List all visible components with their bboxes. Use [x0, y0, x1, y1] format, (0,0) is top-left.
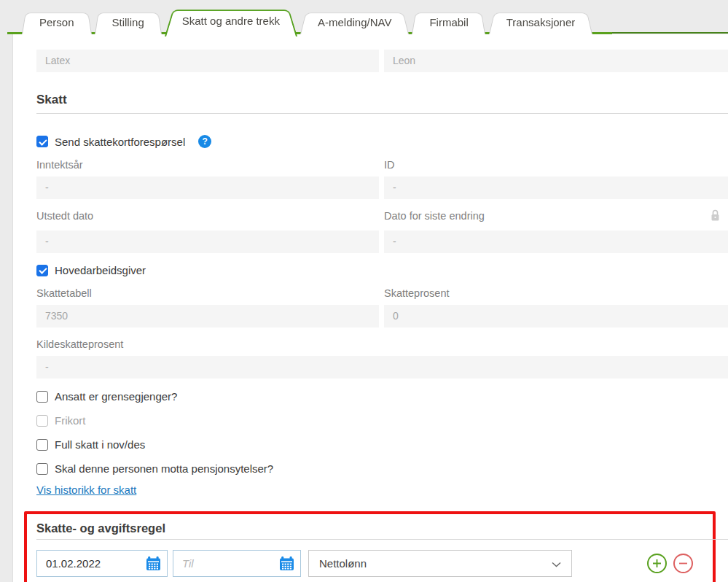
checkbox-box[interactable] [36, 136, 48, 147]
checkbox-hovedarbeidsgiver[interactable]: Hovedarbeidsgiver [36, 264, 728, 276]
section-divider [36, 539, 728, 540]
checkbox-label: Full skatt i nov/des [55, 438, 145, 451]
help-icon[interactable]: ? [198, 135, 211, 148]
red-annotation-box: Skatte- og avgiftsregel [24, 511, 716, 582]
form-content: Latex Leon Skatt Send skattekortforespør… [0, 34, 728, 582]
field-inntektsar: - [36, 176, 379, 199]
calendar-icon[interactable] [279, 556, 294, 571]
tab-label: Person [22, 10, 92, 28]
tab-stilling[interactable]: Stilling [95, 10, 162, 34]
from-date-input[interactable] [39, 557, 122, 570]
tab-label: Skatt og andre trekk [165, 6, 297, 27]
checkbox-frikort: Frikort [36, 414, 728, 427]
label-dato-siste-endring: Dato for siste endring [384, 210, 485, 222]
til-date-input-group [173, 550, 301, 577]
history-link[interactable]: Vis historikk for skatt [36, 484, 136, 496]
til-date-input[interactable] [175, 557, 259, 570]
checkbox-pensjonsytelser[interactable]: Skal denne personen motta pensjonsytelse… [36, 462, 728, 475]
tab-skatt-og-andre-trekk[interactable]: Skatt og andre trekk [165, 6, 297, 36]
checkbox-grensegjenger[interactable]: Ansatt er grensegjenger? [36, 390, 728, 403]
rule-select[interactable]: Nettolønn [308, 550, 572, 577]
checkbox-label: Ansatt er grensegjenger? [55, 390, 177, 403]
checkbox-box[interactable] [36, 391, 48, 403]
tab-label: Transaksjoner [489, 10, 592, 28]
section-divider [36, 113, 728, 114]
lock-icon [710, 209, 721, 225]
label-skattetabell: Skattetabell [36, 287, 379, 299]
section-title-skatt: Skatt [36, 93, 728, 107]
tab-bar: Person Stilling Skatt og andre trekk A-m… [0, 0, 728, 34]
tab-firmabil[interactable]: Firmabil [412, 10, 485, 34]
tab-a-melding-nav[interactable]: A-melding/NAV [300, 10, 409, 34]
label-utstedt-dato: Utstedt dato [36, 210, 379, 225]
field-id: - [384, 176, 728, 199]
field-skattetabell: 7350 [36, 305, 379, 327]
checkbox-box[interactable] [36, 439, 48, 451]
field-dato-siste-endring: - [384, 230, 728, 253]
checkbox-label: Skal denne personen motta pensjonsytelse… [55, 462, 273, 475]
checkbox-label: Send skattekortforespørsel [55, 136, 185, 148]
label-id: ID [384, 159, 728, 171]
tab-label: A-melding/NAV [300, 10, 409, 28]
from-date-input-group [36, 550, 168, 577]
tab-person[interactable]: Person [22, 10, 92, 34]
checkbox-label: Frikort [55, 414, 86, 427]
checkbox-label: Hovedarbeidsgiver [55, 264, 146, 276]
tab-label: Firmabil [412, 10, 485, 28]
remove-row-button[interactable] [673, 554, 693, 573]
label-kildeskatteprosent: Kildeskatteprosent [36, 338, 728, 350]
checkbox-full-skatt-nov-des[interactable]: Full skatt i nov/des [36, 438, 728, 451]
tab-label: Stilling [95, 10, 162, 28]
field-skatteprosent: 0 [384, 305, 728, 327]
checkbox-box[interactable] [36, 265, 48, 276]
checkbox-box[interactable] [36, 463, 48, 475]
last-name-field: Leon [384, 50, 728, 72]
chevron-down-icon [552, 557, 561, 570]
section-title-skatte-avgiftsregel: Skatte- og avgiftsregel [36, 520, 713, 535]
field-utstedt-dato: - [36, 230, 379, 253]
label-skatteprosent: Skatteprosent [384, 287, 728, 299]
label-inntektsar: Inntektsår [36, 159, 379, 171]
first-name-field: Latex [36, 50, 379, 72]
calendar-icon[interactable] [146, 556, 161, 571]
field-kildeskatteprosent: - [36, 356, 728, 379]
tab-transaksjoner[interactable]: Transaksjoner [489, 10, 592, 34]
add-row-button[interactable] [647, 554, 667, 573]
checkbox-box [36, 415, 48, 427]
checkbox-send-skattekortforesporsel[interactable]: Send skattekortforespørsel ? [36, 135, 728, 148]
tabbar-underline-right [612, 32, 728, 34]
rule-select-value: Nettolønn [319, 557, 367, 570]
